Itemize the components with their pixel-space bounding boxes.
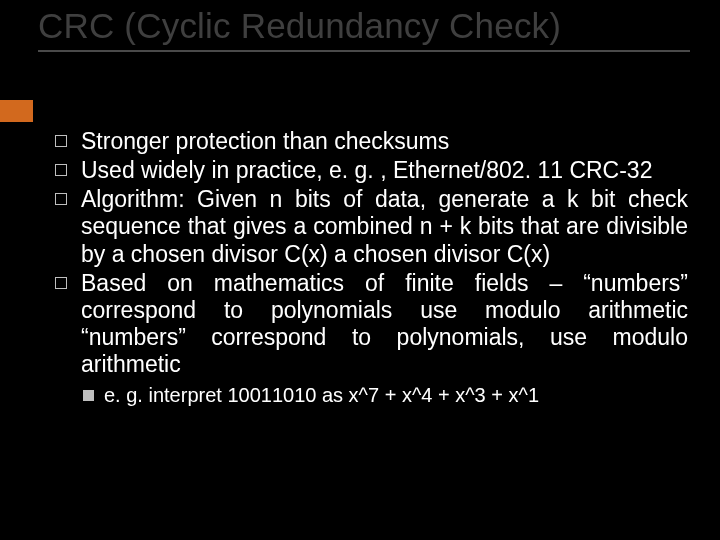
list-item: Used widely in practice, e. g. , Etherne…: [55, 157, 688, 184]
bullet-text: Algorithm: Given n bits of data, generat…: [81, 186, 688, 267]
hollow-square-icon: [55, 135, 67, 147]
bullet-text: Stronger protection than checksums: [81, 128, 688, 155]
slide-title: CRC (Cyclic Redundancy Check): [38, 6, 690, 46]
accent-bar: [0, 100, 33, 122]
filled-square-icon: [83, 390, 94, 401]
sub-list-item: e. g. interpret 10011010 as x^7 + x^4 + …: [83, 384, 688, 408]
hollow-square-icon: [55, 164, 67, 176]
content-area: Stronger protection than checksums Used …: [55, 128, 688, 408]
subbullet-text: e. g. interpret 10011010 as x^7 + x^4 + …: [104, 384, 688, 408]
bullet-text: Used widely in practice, e. g. , Etherne…: [81, 157, 688, 184]
hollow-square-icon: [55, 277, 67, 289]
slide: CRC (Cyclic Redundancy Check) Stronger p…: [0, 0, 720, 540]
hollow-square-icon: [55, 193, 67, 205]
title-block: CRC (Cyclic Redundancy Check): [38, 6, 690, 52]
list-item: Based on mathematics of finite fields – …: [55, 270, 688, 379]
title-underline: [38, 50, 690, 52]
list-item: Algorithm: Given n bits of data, generat…: [55, 186, 688, 267]
list-item: Stronger protection than checksums: [55, 128, 688, 155]
bullet-text: Based on mathematics of finite fields – …: [81, 270, 688, 379]
